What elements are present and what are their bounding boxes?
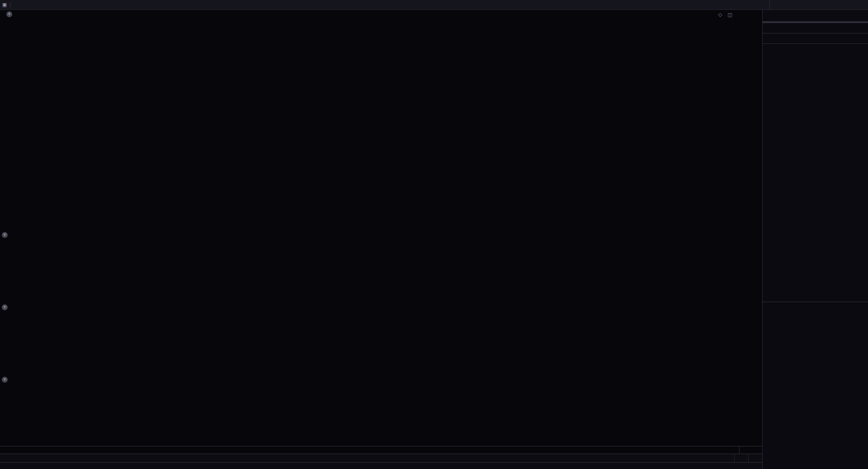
weibi-row [763,9,868,22]
period-axis-label [739,446,762,454]
x-axis-row [0,446,739,454]
tick-list[interactable] [763,44,868,302]
template-box [721,454,762,462]
indicator-collapse-icon[interactable]: ∨ [6,11,12,17]
macd-collapse-icon[interactable]: ∨ [2,232,8,238]
top-right-menu [769,0,868,9]
template-button[interactable] [721,454,734,462]
chart-title-row: ∨ [0,10,739,18]
indicator-tabs-row [0,454,721,462]
rsi-collapse-icon[interactable]: ∨ [2,377,8,383]
zoom-out-button[interactable] [748,454,762,462]
diamond-icon[interactable]: ◇ [718,12,722,18]
tdx-app-window: ▣ ∨ ◇ ◫ ∨ ∨ [0,0,868,469]
chart-canvas[interactable] [0,0,762,469]
macd-pane-header: ∨ [2,232,26,238]
stock-identity [769,0,868,9]
split-window-icon[interactable]: ◫ [727,12,732,18]
chart-corner-icons: ◇ ◫ [718,12,732,18]
tdx-promo-line[interactable] [763,23,868,33]
window-layout-icon[interactable]: ▣ [0,2,9,8]
rsi-pane-header: ∨ [2,377,26,383]
kdj-collapse-icon[interactable]: ∨ [2,304,8,310]
bottom-right-items [742,463,762,469]
panel-bottom-tabs [763,302,868,308]
bottom-status-row [0,462,762,469]
trading-status [763,33,868,44]
kdj-pane-header: ∨ [2,304,26,310]
top-menu-bar: ▣ [0,0,868,10]
quote-panel [762,9,868,469]
divider [10,2,10,8]
zoom-in-button[interactable] [734,454,748,462]
